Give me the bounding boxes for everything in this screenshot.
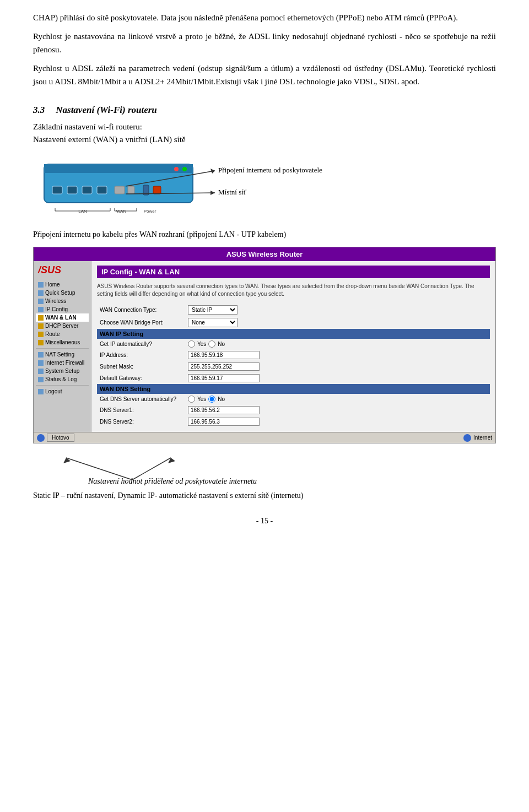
paragraph-2: Rychlost je nastavována na linkové vrstv… bbox=[33, 30, 496, 56]
dns2-row: DNS Server2: bbox=[97, 416, 490, 427]
subtitle-1: Základní nastavení wi-fi routeru: bbox=[33, 122, 496, 132]
subnet-mask-value[interactable] bbox=[185, 361, 490, 372]
nav-nat[interactable]: NAT Setting bbox=[36, 350, 89, 359]
section-heading: 3.3Nastavení (Wi-Fi) routeru bbox=[33, 105, 496, 116]
svg-rect-5 bbox=[52, 186, 62, 194]
wan-bridge-value[interactable]: None bbox=[185, 316, 490, 329]
nav-firewall-icon bbox=[38, 360, 44, 366]
svg-rect-2 bbox=[44, 169, 193, 173]
dns1-input[interactable] bbox=[188, 406, 260, 414]
svg-rect-6 bbox=[67, 186, 77, 194]
statusbar-left: Hotovo bbox=[37, 434, 74, 442]
static-ip-caption: Static IP – ruční nastavení, Dynamic IP-… bbox=[33, 491, 496, 500]
hotovo-button[interactable]: Hotovo bbox=[47, 434, 74, 442]
nav-dhcp[interactable]: DHCP Server bbox=[36, 322, 89, 330]
svg-rect-8 bbox=[97, 186, 107, 194]
nav-wan-lan-icon bbox=[38, 315, 44, 321]
get-dns-radio-group: Yes No bbox=[188, 396, 487, 403]
svg-point-3 bbox=[174, 167, 179, 171]
svg-rect-10 bbox=[128, 186, 134, 194]
wan-connection-label: WAN Connection Type: bbox=[97, 304, 185, 316]
get-dns-yes-radio[interactable] bbox=[188, 396, 195, 403]
nav-misc[interactable]: Miscellaneous bbox=[36, 338, 89, 347]
svg-rect-12 bbox=[153, 186, 161, 194]
subnet-mask-label: Subnet Mask: bbox=[97, 361, 185, 372]
nav-status-icon bbox=[38, 377, 44, 382]
wan-dns-section-header: WAN DNS Setting bbox=[97, 384, 490, 394]
ip-address-value[interactable] bbox=[185, 349, 490, 361]
default-gateway-label: Default Gateway: bbox=[97, 372, 185, 384]
get-dns-label: Get DNS Server automatically? bbox=[97, 394, 185, 404]
asus-statusbar: Hotovo Internet bbox=[34, 432, 495, 443]
svg-rect-7 bbox=[82, 186, 92, 194]
default-gateway-value[interactable] bbox=[185, 372, 490, 384]
svg-point-4 bbox=[182, 167, 187, 171]
nav-misc-icon bbox=[38, 340, 44, 345]
wan-ip-section-row: WAN IP Setting bbox=[97, 329, 490, 339]
nav-wireless-icon bbox=[38, 299, 44, 304]
nav-wan-lan[interactable]: WAN & LAN bbox=[36, 313, 89, 322]
get-ip-no-radio[interactable] bbox=[208, 340, 215, 348]
dns1-label: DNS Server1: bbox=[97, 404, 185, 416]
paragraph-3: Rychlost u ADSL záleží na parametrech ve… bbox=[33, 62, 496, 88]
get-ip-value[interactable]: Yes No bbox=[185, 339, 490, 349]
get-ip-row: Get IP automatically? Yes No bbox=[97, 339, 490, 349]
wan-caption: Připojení internetu po kabelu přes WAN r… bbox=[33, 230, 496, 239]
statusbar-left-icon bbox=[37, 434, 45, 442]
svg-marker-25 bbox=[210, 191, 215, 195]
asus-sidebar: /SUS Home Quick Setup Wireless IP Config… bbox=[34, 261, 91, 432]
ip-address-label: IP Address: bbox=[97, 349, 185, 361]
ip-address-input[interactable] bbox=[188, 351, 260, 359]
nav-wireless[interactable]: Wireless bbox=[36, 297, 89, 305]
asus-logo: /SUS bbox=[36, 264, 89, 276]
asus-titlebar: ASUS Wireless Router bbox=[34, 247, 495, 261]
dns2-label: DNS Server2: bbox=[97, 416, 185, 427]
annotation-text: Nastavení hodnot přidělené od poskytovat… bbox=[88, 477, 257, 485]
asus-description: ASUS Wireless Router supports several co… bbox=[97, 283, 490, 298]
nav-logout-icon bbox=[38, 389, 44, 394]
nav-route[interactable]: Route bbox=[36, 330, 89, 338]
get-dns-no-radio[interactable] bbox=[208, 396, 215, 403]
internet-icon bbox=[463, 434, 471, 442]
nav-ip-icon bbox=[38, 307, 44, 312]
dns1-row: DNS Server1: bbox=[97, 404, 490, 416]
wan-bridge-label: Choose WAN Bridge Port: bbox=[97, 316, 185, 329]
wan-ip-section-header: WAN IP Setting bbox=[97, 329, 490, 339]
default-gateway-row: Default Gateway: bbox=[97, 372, 490, 384]
dns2-value[interactable] bbox=[185, 416, 490, 427]
ip-address-row: IP Address: bbox=[97, 349, 490, 361]
nav-route-icon bbox=[38, 332, 44, 337]
dns1-value[interactable] bbox=[185, 404, 490, 416]
wan-bridge-select[interactable]: None bbox=[188, 318, 237, 327]
nav-ip-config[interactable]: IP Config bbox=[36, 305, 89, 313]
nav-dhcp-icon bbox=[38, 323, 44, 329]
wan-connection-type-row: WAN Connection Type: Static IP bbox=[97, 304, 490, 316]
nav-logout[interactable]: Logout bbox=[36, 387, 89, 396]
svg-text:Power: Power bbox=[144, 209, 156, 214]
asus-screenshot: ASUS Wireless Router /SUS Home Quick Set… bbox=[33, 247, 496, 443]
subnet-mask-row: Subnet Mask: bbox=[97, 361, 490, 372]
nav-home[interactable]: Home bbox=[36, 280, 89, 289]
get-dns-row: Get DNS Server automatically? Yes No bbox=[97, 394, 490, 404]
nav-firewall[interactable]: Internet Firewall bbox=[36, 359, 89, 367]
wan-dns-section-row: WAN DNS Setting bbox=[97, 384, 490, 394]
subnet-mask-input[interactable] bbox=[188, 362, 260, 371]
nav-status[interactable]: Status & Log bbox=[36, 375, 89, 383]
paragraph-1: CHAP) přihlásí do sítě poskytovatele. Da… bbox=[33, 11, 496, 24]
svg-text:Připojení internetu od poskyto: Připojení internetu od poskytovatele bbox=[218, 166, 322, 174]
wan-bridge-port-row: Choose WAN Bridge Port: None bbox=[97, 316, 490, 329]
get-ip-label: Get IP automatically? bbox=[97, 339, 185, 349]
nav-quick-icon bbox=[38, 290, 44, 296]
default-gateway-input[interactable] bbox=[188, 374, 260, 382]
wan-connection-select[interactable]: Static IP bbox=[188, 305, 237, 315]
page-number: - 15 - bbox=[33, 517, 496, 526]
dns2-input[interactable] bbox=[188, 418, 260, 426]
get-ip-yes-radio[interactable] bbox=[188, 340, 195, 348]
statusbar-right: Internet bbox=[463, 434, 492, 442]
wan-connection-value[interactable]: Static IP bbox=[185, 304, 490, 316]
nav-quick-setup[interactable]: Quick Setup bbox=[36, 289, 89, 297]
svg-text:Místní síť: Místní síť bbox=[218, 188, 247, 196]
get-dns-value[interactable]: Yes No bbox=[185, 394, 490, 404]
nav-system[interactable]: System Setup bbox=[36, 367, 89, 375]
router-diagram-svg: LAN WAN Power Připojení internetu od pos… bbox=[33, 153, 496, 225]
